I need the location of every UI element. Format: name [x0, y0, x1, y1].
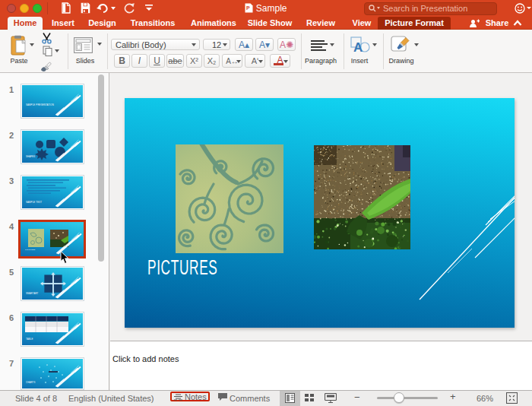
svg-text:P: P [246, 5, 250, 11]
svg-text:A: A [353, 40, 363, 55]
